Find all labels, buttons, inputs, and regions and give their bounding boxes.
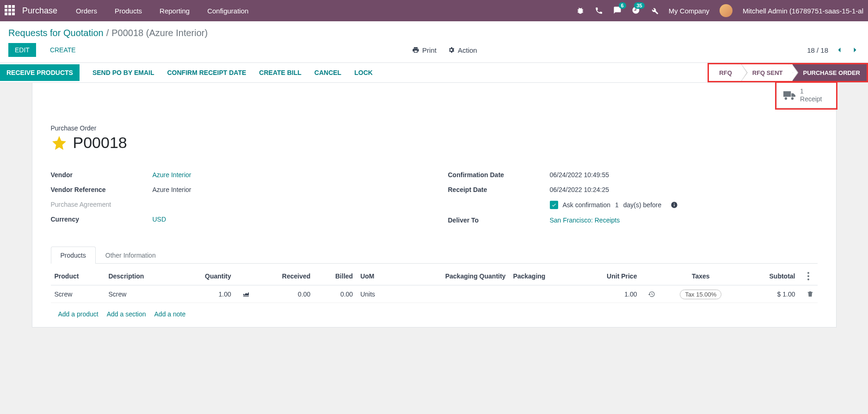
receipt-stat-button[interactable]: 1 Receipt (776, 83, 836, 108)
action-button[interactable]: Action (448, 46, 477, 54)
add-product-button[interactable]: Add a product (58, 310, 98, 318)
stage-purchase-order[interactable]: Purchase Order (793, 64, 867, 81)
statusbar: RFQ RFQ Sent Purchase Order (708, 63, 868, 82)
pager[interactable]: 18 / 18 (807, 46, 828, 54)
add-section-button[interactable]: Add a section (107, 310, 146, 318)
bug-icon[interactable] (576, 6, 585, 15)
cell-packaging (509, 285, 577, 303)
record-type-label: Purchase Order (51, 124, 818, 132)
breadcrumb: Requests for Quotation / P00018 (Azure I… (0, 21, 868, 43)
pager-prev-icon[interactable] (835, 45, 844, 55)
apps-icon[interactable] (5, 5, 16, 16)
forecast-icon[interactable] (242, 290, 250, 298)
th-taxes[interactable]: Taxes (659, 267, 742, 285)
history-icon[interactable] (648, 290, 655, 298)
print-label: Print (422, 46, 437, 54)
vendor-label: Vendor (51, 171, 153, 179)
cell-subtotal: $ 1.00 (742, 285, 799, 303)
tabs: Products Other Information (51, 246, 818, 264)
receive-products-button[interactable]: Receive Products (0, 64, 80, 81)
messages-badge: 6 (619, 2, 626, 9)
cell-billed: 0.00 (314, 285, 357, 303)
th-quantity[interactable]: Quantity (178, 267, 235, 285)
lock-button[interactable]: Lock (354, 69, 373, 76)
app-title[interactable]: Purchase (22, 6, 57, 16)
check-icon (551, 202, 557, 208)
ask-confirmation-suffix: day(s) before (623, 201, 661, 209)
pager-next-icon[interactable] (850, 45, 860, 55)
receipt-date-value: 06/24/2022 10:24:25 (550, 186, 609, 193)
company-selector[interactable]: My Company (669, 7, 709, 15)
currency-label: Currency (51, 216, 153, 223)
cell-packaging-qty (394, 285, 509, 303)
confirmation-date-value: 06/24/2022 10:49:55 (550, 171, 609, 179)
create-bill-button[interactable]: Create Bill (259, 69, 302, 76)
stage-rfq-sent[interactable]: RFQ Sent (742, 64, 793, 81)
cell-received: 0.00 (253, 285, 314, 303)
deliver-to-value[interactable]: San Francisco: Receipts (550, 216, 620, 224)
cell-product: Screw (51, 285, 105, 303)
activities-button[interactable]: 35 (632, 6, 640, 16)
tab-other-information[interactable]: Other Information (96, 247, 166, 264)
action-label: Action (458, 46, 477, 54)
phone-icon[interactable] (595, 6, 603, 15)
print-icon (412, 46, 419, 54)
topbar: Purchase Orders Products Reporting Confi… (0, 0, 868, 21)
add-note-button[interactable]: Add a note (154, 310, 186, 318)
th-packaging[interactable]: Packaging (509, 267, 577, 285)
sheet: 1 Receipt Purchase Order P00018 Vendor A… (32, 83, 837, 327)
avatar[interactable] (720, 4, 733, 17)
columns-menu-icon[interactable] (807, 272, 809, 280)
priority-star-icon[interactable] (51, 135, 68, 151)
nav-orders[interactable]: Orders (76, 7, 97, 15)
tab-products[interactable]: Products (51, 247, 96, 264)
print-button[interactable]: Print (412, 46, 437, 54)
currency-value[interactable]: USD (153, 216, 166, 223)
user-menu[interactable]: Mitchell Admin (16789751-saas-15-1-al (743, 7, 863, 15)
delete-row-icon[interactable] (806, 290, 814, 298)
tools-icon[interactable] (650, 6, 659, 15)
vendor-ref-label: Vendor Reference (51, 186, 153, 193)
th-description[interactable]: Description (105, 267, 178, 285)
create-button[interactable]: Create (43, 43, 82, 57)
send-po-button[interactable]: Send PO by Email (92, 69, 154, 76)
edit-button[interactable]: Edit (8, 43, 36, 57)
th-product[interactable]: Product (51, 267, 105, 285)
purchase-agreement-label: Purchase Agreement (51, 201, 153, 208)
vendor-ref-value: Azure Interior (153, 186, 191, 193)
table-row[interactable]: Screw Screw 1.00 0.00 0.00 Units 1.00 Ta… (51, 285, 818, 303)
nav-products[interactable]: Products (115, 7, 142, 15)
breadcrumb-parent[interactable]: Requests for Quotation (8, 28, 104, 38)
ask-confirmation-checkbox[interactable] (550, 201, 558, 209)
receipt-count: 1 (800, 87, 822, 95)
th-uom[interactable]: UoM (357, 267, 394, 285)
truck-icon (783, 90, 795, 100)
sheet-wrap: 1 Receipt Purchase Order P00018 Vendor A… (0, 83, 868, 346)
status-row: Receive Products Send PO by Email Confir… (0, 63, 868, 83)
messages-button[interactable]: 6 (613, 6, 622, 16)
activities-badge: 35 (634, 2, 644, 9)
th-received[interactable]: Received (253, 267, 314, 285)
form-right-col: Confirmation Date 06/24/2022 10:49:55 Re… (448, 167, 818, 228)
ask-confirmation-days: 1 (615, 201, 619, 209)
cancel-button[interactable]: Cancel (314, 69, 341, 76)
info-icon[interactable] (671, 201, 678, 209)
cell-description: Screw (105, 285, 178, 303)
cell-unit-price: 1.00 (577, 285, 640, 303)
th-packaging-qty[interactable]: Packaging Quantity (394, 267, 509, 285)
th-subtotal[interactable]: Subtotal (742, 267, 799, 285)
stage-rfq[interactable]: RFQ (709, 64, 742, 81)
topbar-right: 6 35 My Company Mitchell Admin (16789751… (576, 4, 863, 17)
nav-configuration[interactable]: Configuration (207, 7, 248, 15)
cell-quantity: 1.00 (178, 285, 235, 303)
th-billed[interactable]: Billed (314, 267, 357, 285)
breadcrumb-separator: / (106, 28, 109, 38)
nav-menu: Orders Products Reporting Configuration (76, 7, 576, 15)
cell-tax[interactable]: Tax 15.00% (680, 290, 721, 299)
nav-reporting[interactable]: Reporting (160, 7, 190, 15)
confirm-receipt-date-button[interactable]: Confirm Receipt Date (167, 69, 246, 76)
vendor-value[interactable]: Azure Interior (153, 171, 191, 179)
confirmation-date-label: Confirmation Date (448, 171, 550, 179)
form-left-col: Vendor Azure Interior Vendor Reference A… (51, 167, 420, 228)
th-unit-price[interactable]: Unit Price (577, 267, 640, 285)
